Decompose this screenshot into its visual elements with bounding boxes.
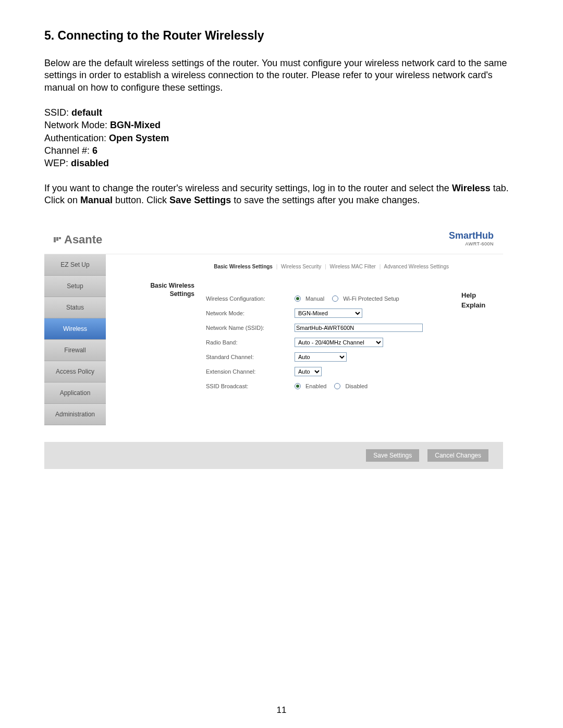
- section-heading: 5. Connecting to the Router Wirelessly: [44, 29, 519, 43]
- instr-pre: If you want to change the router's wirel…: [44, 183, 452, 193]
- radio-wps[interactable]: [332, 295, 338, 302]
- intro-paragraph: Below are the default wireless settings …: [44, 57, 519, 94]
- cancel-changes-button[interactable]: Cancel Changes: [427, 449, 488, 462]
- ssid-broadcast-label: SSID Broadcast:: [200, 383, 295, 389]
- radio-broadcast-disabled[interactable]: [334, 383, 340, 389]
- channel-value: 6: [92, 145, 97, 156]
- ext-channel-select[interactable]: Auto: [295, 367, 322, 376]
- radio-band-label: Radio Band:: [200, 339, 295, 346]
- ssid-label: SSID:: [44, 107, 71, 118]
- sidebar-nav: EZ Set Up Setup Status Wireless Firewall…: [44, 254, 106, 442]
- network-mode-label: Network Mode:: [200, 310, 295, 316]
- instr-manual: Manual: [80, 195, 113, 205]
- nav-administration[interactable]: Administration: [44, 404, 106, 425]
- std-channel-label: Standard Channel:: [200, 354, 295, 360]
- instr-mid2: button. Click: [113, 195, 169, 205]
- section-title: Basic WirelessSettings: [106, 279, 194, 394]
- product-name: SmartHub AWRT-600N: [449, 230, 494, 246]
- tab-mac-filter[interactable]: Wireless MAC Filter: [330, 264, 376, 269]
- instr-save: Save Settings: [169, 195, 231, 205]
- auth-label: Authentication:: [44, 133, 109, 143]
- router-footer: Save Settings Cancel Changes: [44, 442, 503, 469]
- radio-band-select[interactable]: Auto - 20/40MHz Channel: [295, 338, 383, 347]
- nav-status[interactable]: Status: [44, 297, 106, 318]
- ssid-field-label: Network Name (SSID):: [200, 325, 295, 331]
- auth-value: Open System: [109, 133, 169, 143]
- help-sidebar[interactable]: HelpExplain: [461, 254, 503, 442]
- ext-channel-label: Extension Channel:: [200, 368, 295, 375]
- default-settings-list: SSID: default Network Mode: BGN-Mixed Au…: [44, 106, 519, 169]
- instr-post: to save the settings after you make chan…: [231, 195, 420, 205]
- wep-label: WEP:: [44, 158, 71, 168]
- nav-access-policy[interactable]: Access Policy: [44, 361, 106, 382]
- nav-firewall[interactable]: Firewall: [44, 340, 106, 361]
- brand-bars-icon: [54, 237, 61, 242]
- tab-advanced-wireless[interactable]: Advanced Wireless Settings: [384, 264, 449, 269]
- ssid-input[interactable]: [295, 324, 423, 332]
- router-header: Asante SmartHub AWRT-600N: [44, 227, 503, 254]
- std-channel-select[interactable]: Auto: [295, 352, 347, 362]
- network-mode-select[interactable]: BGN-Mixed: [295, 309, 362, 318]
- instructions-paragraph: If you want to change the router's wirel…: [44, 182, 519, 207]
- nav-application[interactable]: Application: [44, 382, 106, 404]
- router-ui: Asante SmartHub AWRT-600N EZ Set Up Setu…: [44, 227, 503, 469]
- page-number: 11: [0, 705, 563, 715]
- mode-label: Network Mode:: [44, 120, 110, 130]
- brand-logo: Asante: [54, 233, 102, 246]
- mode-value: BGN-Mixed: [110, 120, 161, 130]
- nav-setup[interactable]: Setup: [44, 276, 106, 297]
- instr-tab: Wireless: [452, 183, 491, 193]
- radio-broadcast-disabled-label: Disabled: [345, 383, 368, 389]
- tab-wireless-security[interactable]: Wireless Security: [281, 264, 321, 269]
- radio-broadcast-enabled[interactable]: [295, 383, 301, 389]
- wireless-config-label: Wireless Configuration:: [200, 295, 295, 302]
- nav-wireless[interactable]: Wireless: [44, 318, 106, 340]
- nav-ez-set-up[interactable]: EZ Set Up: [44, 254, 106, 276]
- radio-broadcast-enabled-label: Enabled: [305, 383, 326, 389]
- tab-basic-wireless[interactable]: Basic Wireless Settings: [214, 264, 273, 269]
- radio-wps-label: Wi-Fi Protected Setup: [343, 295, 399, 302]
- brand-text: Asante: [64, 233, 102, 246]
- ssid-value: default: [71, 107, 102, 118]
- product-main: SmartHub: [449, 230, 494, 241]
- radio-manual-label: Manual: [305, 295, 324, 302]
- channel-label: Channel #:: [44, 145, 92, 156]
- product-model: AWRT-600N: [449, 241, 494, 246]
- wep-value: disabled: [71, 158, 109, 168]
- radio-manual[interactable]: [295, 295, 301, 302]
- sub-tabs: Basic Wireless Settings | Wireless Secur…: [106, 260, 461, 279]
- save-settings-button[interactable]: Save Settings: [366, 449, 419, 462]
